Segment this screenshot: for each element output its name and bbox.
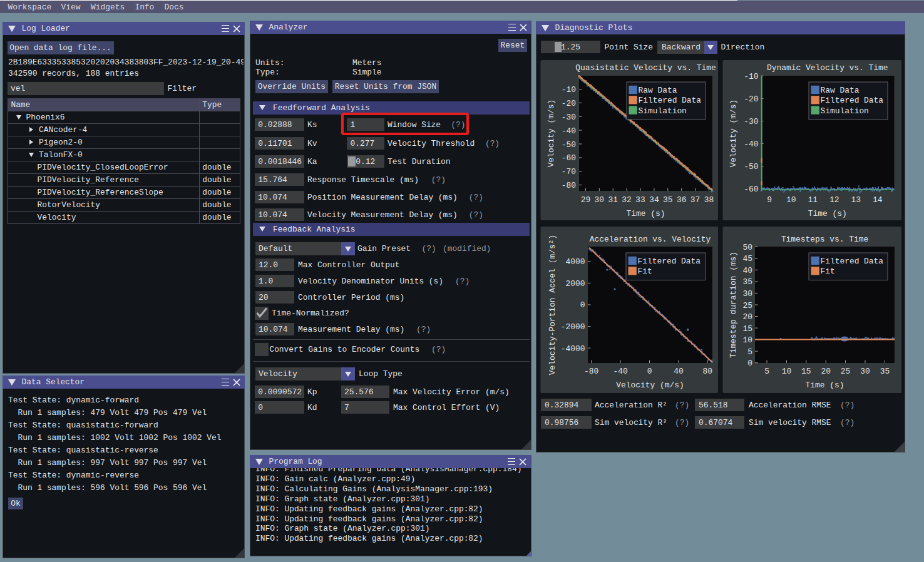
svg-text:Timesteps vs. Time: Timesteps vs. Time bbox=[781, 235, 868, 244]
svg-text:-20: -20 bbox=[562, 99, 576, 108]
svg-text:Quasistatic Velocity vs. Time: Quasistatic Velocity vs. Time bbox=[575, 63, 716, 73]
svg-text:5: 5 bbox=[764, 367, 769, 376]
svg-text:35: 35 bbox=[880, 367, 890, 376]
svg-text:-60: -60 bbox=[562, 153, 576, 163]
svg-text:Fit: Fit bbox=[821, 267, 835, 276]
svg-text:Time (s): Time (s) bbox=[808, 209, 847, 218]
svg-text:-4000: -4000 bbox=[561, 344, 585, 354]
svg-text:9: 9 bbox=[767, 195, 772, 205]
svg-text:25: 25 bbox=[841, 367, 850, 376]
svg-text:13: 13 bbox=[851, 195, 860, 205]
svg-text:Filtered Data: Filtered Data bbox=[639, 96, 702, 105]
svg-text:14: 14 bbox=[873, 195, 883, 205]
svg-text:10: 10 bbox=[786, 195, 796, 205]
svg-text:-80: -80 bbox=[562, 181, 576, 190]
svg-text:40: 40 bbox=[743, 266, 752, 275]
svg-text:12: 12 bbox=[829, 195, 839, 205]
svg-text:15: 15 bbox=[801, 367, 811, 376]
svg-text:Filtered Data: Filtered Data bbox=[821, 257, 884, 266]
svg-text:Time (s): Time (s) bbox=[806, 381, 844, 390]
svg-text:0: 0 bbox=[647, 367, 652, 376]
svg-text:30: 30 bbox=[743, 289, 752, 299]
svg-text:-40: -40 bbox=[613, 367, 627, 376]
svg-text:25: 25 bbox=[743, 301, 752, 310]
svg-text:Simulation: Simulation bbox=[821, 106, 869, 116]
svg-text:Timestep duration (ms): Timestep duration (ms) bbox=[729, 252, 738, 358]
svg-text:40: 40 bbox=[674, 367, 683, 376]
svg-text:-60: -60 bbox=[744, 185, 758, 194]
svg-text:31: 31 bbox=[608, 195, 618, 205]
svg-text:20: 20 bbox=[743, 312, 752, 322]
svg-text:-10: -10 bbox=[744, 72, 758, 81]
svg-text:Simulation: Simulation bbox=[639, 106, 687, 116]
svg-text:Velocity (m/s): Velocity (m/s) bbox=[616, 381, 684, 390]
svg-text:-40: -40 bbox=[744, 140, 758, 149]
svg-text:Filtered Data: Filtered Data bbox=[638, 257, 701, 266]
svg-text:0: 0 bbox=[580, 300, 585, 310]
svg-text:35: 35 bbox=[743, 277, 752, 287]
svg-text:Fit: Fit bbox=[638, 267, 652, 276]
svg-text:-2000: -2000 bbox=[561, 322, 585, 332]
svg-text:Velocity (m/s): Velocity (m/s) bbox=[547, 100, 556, 167]
svg-text:45: 45 bbox=[743, 254, 752, 263]
svg-text:4000: 4000 bbox=[566, 257, 585, 267]
svg-text:34: 34 bbox=[649, 195, 659, 205]
svg-text:Filtered Data: Filtered Data bbox=[821, 96, 884, 105]
svg-text:Velocity-Portion Accel (m/s²): Velocity-Portion Accel (m/s²) bbox=[548, 235, 557, 375]
svg-text:80: 80 bbox=[703, 367, 712, 376]
svg-text:Raw Data: Raw Data bbox=[821, 86, 860, 95]
svg-text:10: 10 bbox=[782, 367, 791, 376]
svg-text:10: 10 bbox=[743, 335, 752, 345]
svg-text:Acceleration vs. Velocity: Acceleration vs. Velocity bbox=[590, 235, 711, 244]
svg-text:Raw Data: Raw Data bbox=[639, 86, 677, 95]
svg-text:37: 37 bbox=[690, 195, 700, 205]
svg-text:20: 20 bbox=[821, 367, 830, 376]
svg-text:30: 30 bbox=[595, 195, 604, 205]
svg-text:11: 11 bbox=[808, 195, 818, 205]
svg-text:-30: -30 bbox=[562, 113, 576, 122]
svg-text:30: 30 bbox=[860, 367, 870, 376]
svg-text:5: 5 bbox=[747, 347, 752, 357]
svg-text:-10: -10 bbox=[562, 85, 576, 95]
svg-text:-20: -20 bbox=[744, 95, 758, 104]
svg-text:-50: -50 bbox=[744, 162, 758, 171]
svg-text:Velocity (m/s): Velocity (m/s) bbox=[729, 100, 738, 167]
svg-text:36: 36 bbox=[677, 195, 686, 205]
svg-text:2000: 2000 bbox=[566, 279, 585, 289]
svg-text:-50: -50 bbox=[562, 140, 576, 150]
svg-text:-70: -70 bbox=[562, 167, 576, 176]
svg-text:-30: -30 bbox=[744, 117, 758, 126]
svg-text:33: 33 bbox=[635, 195, 645, 205]
svg-text:-40: -40 bbox=[562, 126, 576, 136]
svg-text:32: 32 bbox=[622, 195, 631, 205]
svg-text:0: 0 bbox=[747, 359, 752, 368]
svg-text:29: 29 bbox=[581, 195, 590, 205]
svg-text:50: 50 bbox=[743, 243, 752, 252]
svg-text:-80: -80 bbox=[584, 367, 598, 376]
svg-text:Dynamic Velocity vs. Time: Dynamic Velocity vs. Time bbox=[767, 63, 888, 73]
svg-text:15: 15 bbox=[743, 324, 752, 334]
svg-text:38: 38 bbox=[704, 195, 714, 205]
svg-text:Time (s): Time (s) bbox=[627, 209, 665, 218]
svg-text:35: 35 bbox=[663, 195, 672, 205]
